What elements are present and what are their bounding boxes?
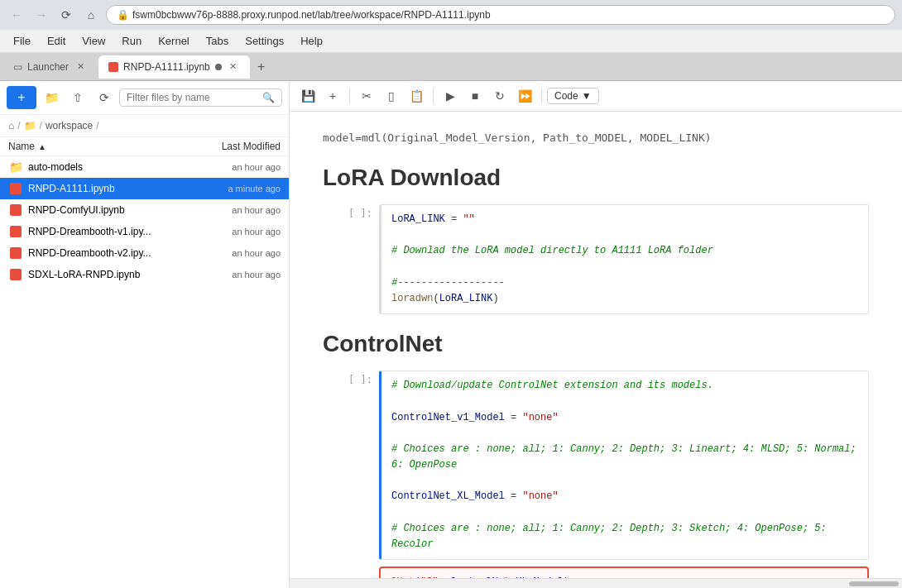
code-line: loradwn(LoRA_LINK) — [391, 291, 858, 307]
breadcrumb-workspace: workspace — [46, 120, 93, 131]
horizontal-scrollbar[interactable] — [849, 581, 899, 586]
menu-help[interactable]: Help — [294, 33, 329, 49]
tab-launcher[interactable]: ▭ Launcher ✕ — [3, 55, 97, 79]
file-modified: an hour ago — [181, 270, 281, 280]
notebook-file-icon — [8, 181, 23, 196]
file-name: auto-models — [28, 161, 181, 173]
code-line: ControlNet_XL_Model = "none" — [391, 489, 858, 504]
copy-cell-button[interactable]: ▯ — [380, 84, 403, 108]
cell-output: model=mdl(Original_Model_Version, Path_t… — [323, 128, 869, 148]
col-modified-header[interactable]: Last Modified — [181, 141, 281, 152]
code-line: # Download/update ControlNet extension a… — [391, 378, 858, 394]
stop-kernel-button[interactable]: ■ — [463, 84, 487, 108]
breadcrumb-home[interactable]: ⌂ — [8, 120, 14, 131]
menu-view[interactable]: View — [75, 33, 112, 49]
file-name: RNPD-Dreambooth-v1.ipy... — [28, 226, 181, 237]
code-line: # Downlad the LoRA model directly to A11… — [391, 243, 858, 259]
kernel-arrow-icon: ▼ — [582, 90, 592, 102]
code-line: ControlNet_v1_Model = "none" — [391, 410, 858, 426]
sort-arrow-icon: ▲ — [38, 142, 46, 151]
notebook-file-icon — [8, 246, 23, 261]
reload-button[interactable]: ⟳ — [56, 5, 76, 25]
url-text: fswm0bcbwwv76p-8888.proxy.runpod.net/lab… — [132, 9, 885, 21]
menu-file[interactable]: File — [7, 33, 37, 49]
code-content-controlnet: # Download/update ControlNet extension a… — [381, 371, 868, 559]
restart-kernel-button[interactable]: ↻ — [488, 84, 511, 108]
file-name: RNPD-ComfyUI.ipynb — [28, 204, 181, 216]
save-button[interactable]: 💾 — [296, 84, 319, 108]
cut-cell-button[interactable]: ✂ — [355, 84, 378, 108]
folder-icon: 📁 — [8, 160, 23, 174]
toolbar-separator-2 — [433, 88, 434, 104]
code-line — [391, 394, 858, 409]
home-button[interactable]: ⌂ — [81, 5, 101, 25]
file-modified: an hour ago — [181, 248, 281, 258]
refresh-button[interactable]: ⟳ — [93, 86, 116, 109]
notebook-file-icon — [8, 224, 23, 239]
menu-bar: File Edit View Run Kernel Tabs Settings … — [0, 30, 902, 53]
menu-kernel[interactable]: Kernel — [151, 33, 196, 49]
code-line — [391, 505, 858, 521]
tab-label-launcher: Launcher — [27, 61, 69, 73]
content-area: 💾 + ✂ ▯ 📋 ▶ ■ ↻ ⏩ Code ▼ model=mdl(Origi… — [290, 81, 902, 588]
lock-icon: 🔒 — [117, 9, 129, 21]
name-label: Name — [8, 141, 35, 152]
new-file-button[interactable]: + — [7, 86, 36, 109]
forward-button[interactable]: → — [31, 5, 51, 25]
file-modified: a minute ago — [181, 184, 281, 194]
list-item[interactable]: 📁 auto-models an hour ago — [0, 156, 289, 178]
menu-edit[interactable]: Edit — [41, 33, 72, 49]
file-name: RNPD-A1111.ipynb — [28, 183, 181, 194]
cell-body-highlighted[interactable]: CNet("2", ControlNet_XL_Model) CNet("5",… — [379, 566, 869, 578]
add-cell-button[interactable]: + — [321, 84, 344, 108]
toolbar-separator-1 — [349, 88, 350, 104]
section-controlnet-heading: ControlNet — [323, 331, 869, 357]
kernel-label: Code — [554, 90, 578, 102]
list-item[interactable]: RNPD-ComfyUI.ipynb an hour ago — [0, 199, 289, 221]
search-icon: 🔍 — [262, 92, 275, 103]
breadcrumb-folder[interactable]: 📁 — [24, 120, 36, 131]
search-input[interactable] — [127, 92, 262, 103]
list-item[interactable]: RNPD-Dreambooth-v1.ipy... an hour ago — [0, 221, 289, 242]
menu-run[interactable]: Run — [115, 33, 148, 49]
scrollbar-area[interactable] — [290, 578, 902, 588]
breadcrumb-sep3: / — [96, 120, 98, 131]
run-all-button[interactable]: ⏩ — [513, 84, 536, 108]
tab-close-notebook[interactable]: ✕ — [227, 60, 240, 74]
list-item[interactable]: RNPD-Dreambooth-v2.ipy... an hour ago — [0, 242, 289, 264]
list-item[interactable]: SDXL-LoRA-RNPD.ipynb an hour ago — [0, 264, 289, 285]
address-bar[interactable]: 🔒 fswm0bcbwwv76p-8888.proxy.runpod.net/l… — [106, 5, 895, 25]
code-line — [391, 260, 858, 275]
new-folder-button[interactable]: 📁 — [40, 86, 63, 109]
col-name-header[interactable]: Name ▲ — [8, 141, 181, 152]
sidebar: + 📁 ⇧ ⟳ 🔍 ⌂ / 📁 / workspace / Name ▲ Las… — [0, 81, 290, 588]
notebook-tab-icon — [108, 62, 118, 72]
sidebar-toolbar: + 📁 ⇧ ⟳ 🔍 — [0, 81, 289, 115]
cell-body-controlnet[interactable]: # Download/update ControlNet extension a… — [379, 370, 869, 560]
cell-output-text: model=mdl(Original_Model_Version, Path_t… — [323, 131, 712, 144]
tab-notebook[interactable]: RNPD-A1111.ipynb ✕ — [98, 55, 250, 79]
tab-dirty-indicator — [215, 64, 222, 70]
tab-close-launcher[interactable]: ✕ — [74, 60, 87, 74]
search-box[interactable]: 🔍 — [119, 88, 282, 107]
list-item[interactable]: RNPD-A1111.ipynb a minute ago — [0, 178, 289, 199]
cell-body-lora[interactable]: LoRA_LINK = "" # Downlad the LoRA model … — [379, 204, 869, 314]
kernel-selector[interactable]: Code ▼ — [547, 88, 599, 104]
paste-cell-button[interactable]: 📋 — [405, 84, 428, 108]
code-cell-controlnet: [ ]: # Download/update ControlNet extens… — [323, 370, 869, 560]
code-line — [391, 426, 858, 442]
new-tab-button[interactable]: + — [252, 57, 271, 77]
run-cell-button[interactable]: ▶ — [439, 84, 462, 108]
back-button[interactable]: ← — [7, 5, 26, 25]
code-line: # Choices are : none; all; 1: Canny; 2: … — [391, 442, 858, 473]
tab-bar: ▭ Launcher ✕ RNPD-A1111.ipynb ✕ + — [0, 53, 902, 81]
menu-settings[interactable]: Settings — [238, 33, 290, 49]
file-modified: an hour ago — [181, 227, 281, 237]
upload-button[interactable]: ⇧ — [66, 86, 89, 109]
file-name: SDXL-LoRA-RNPD.ipynb — [28, 269, 181, 280]
file-list: 📁 auto-models an hour ago RNPD-A1111.ipy… — [0, 156, 289, 588]
notebook-file-icon — [8, 203, 23, 218]
file-modified: an hour ago — [181, 162, 281, 172]
code-cell-lora: [ ]: LoRA_LINK = "" # Downlad the LoRA m… — [323, 204, 869, 314]
menu-tabs[interactable]: Tabs — [199, 33, 235, 49]
